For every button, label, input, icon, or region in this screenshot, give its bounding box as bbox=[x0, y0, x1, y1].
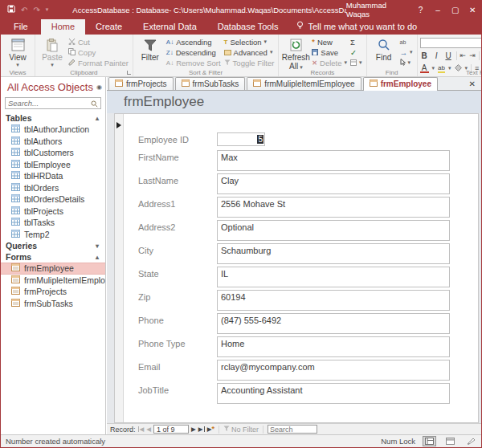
phone-input[interactable]: (847) 555-6492 bbox=[217, 313, 450, 334]
lastname-input[interactable]: Clay bbox=[217, 173, 450, 194]
nav-menu-icon[interactable]: ◉ bbox=[96, 83, 102, 91]
goto-button[interactable]: → ▾ bbox=[398, 47, 415, 57]
redo-icon[interactable]: ↷ bbox=[33, 6, 39, 14]
item-label: tblEmployee bbox=[24, 160, 71, 169]
close-document-icon[interactable]: ✕ bbox=[464, 79, 481, 90]
city-input[interactable]: Schaumburg bbox=[217, 243, 450, 264]
nav-group-forms[interactable]: Forms ▴ bbox=[1, 251, 105, 263]
new-record-button[interactable]: * New bbox=[310, 37, 349, 47]
record-search-input[interactable] bbox=[268, 425, 317, 434]
phone-type-input[interactable]: Home bbox=[217, 336, 450, 357]
save-record-button[interactable]: Save bbox=[310, 47, 349, 57]
next-record-icon[interactable]: ▶ bbox=[191, 426, 196, 433]
remove-sort-button[interactable]: A↓ Remove Sort bbox=[165, 58, 223, 67]
doc-tab-frmsubtasks[interactable]: frmSubTasks bbox=[175, 77, 246, 90]
sidebar-item-tblprojects[interactable]: tblProjects bbox=[1, 206, 105, 218]
save-icon[interactable] bbox=[7, 5, 15, 14]
address2-input[interactable]: Optional bbox=[217, 220, 450, 241]
font-name-select[interactable]: ▾ bbox=[420, 38, 482, 48]
help-button[interactable]: ? bbox=[412, 6, 430, 14]
nav-group-queries[interactable]: Queries ▾ bbox=[1, 240, 105, 251]
sidebar-item-frmmulipleitemlemployee[interactable]: frmMulipleItemlEmployee bbox=[1, 275, 105, 287]
undo-icon[interactable]: ↶ bbox=[21, 6, 27, 14]
table-icon bbox=[11, 124, 20, 134]
format-painter-label: Format Painter bbox=[78, 59, 129, 67]
new-record-icon[interactable]: ▶* bbox=[207, 426, 214, 433]
ascending-button[interactable]: A↓ Ascending bbox=[165, 37, 223, 47]
chevron-down-icon: ▾ bbox=[359, 59, 362, 66]
firstname-input[interactable]: Max bbox=[217, 150, 450, 171]
sidebar-item-frmemployee[interactable]: frmEmployee bbox=[1, 263, 105, 275]
paste-button[interactable]: Paste ▾ bbox=[38, 36, 67, 68]
replace-button[interactable]: ab bbox=[398, 37, 415, 47]
sidebar-item-frmprojects[interactable]: frmProjects bbox=[1, 286, 105, 298]
spelling-button[interactable]: ✓ bbox=[349, 47, 364, 57]
doc-tab-frmemployee[interactable]: frmEmployee bbox=[363, 77, 438, 91]
email-input[interactable]: rclay@mycompany.com bbox=[217, 360, 450, 381]
first-record-icon[interactable]: ◀ bbox=[138, 426, 145, 433]
sidebar-item-tblcustomers[interactable]: tblCustomers bbox=[1, 147, 105, 159]
maximize-button[interactable]: ▢ bbox=[447, 6, 464, 14]
previous-record-icon[interactable]: ◀ bbox=[146, 426, 151, 433]
filter-button[interactable]: Filter bbox=[136, 36, 165, 62]
sidebar-item-tblordersdetails[interactable]: tblOrdersDetails bbox=[1, 193, 105, 206]
sidebar-item-tblauthorjunction[interactable]: tblAuthorJunction bbox=[1, 124, 105, 136]
delete-record-button[interactable]: ✕ Delete ▾ bbox=[310, 58, 349, 67]
copy-button[interactable]: Copy bbox=[67, 47, 130, 57]
last-record-icon[interactable]: ▶ bbox=[198, 426, 205, 433]
sidebar-item-temp2[interactable]: Temp2 bbox=[1, 229, 105, 241]
nav-search-box[interactable] bbox=[5, 97, 101, 109]
tell-me-box[interactable]: Tell me what you want to do bbox=[296, 21, 417, 35]
tab-external-data[interactable]: External Data bbox=[133, 19, 207, 35]
refresh-all-button[interactable]: Refresh All ▾ bbox=[281, 36, 310, 71]
zip-input[interactable]: 60194 bbox=[217, 290, 450, 311]
form-view-button[interactable] bbox=[423, 436, 436, 446]
layout-view-button[interactable] bbox=[443, 436, 457, 446]
sidebar-item-tblemployee[interactable]: tblEmployee bbox=[1, 159, 105, 171]
increase-indent-icon[interactable]: ⇥ bbox=[469, 51, 476, 59]
sidebar-item-tblhrdata[interactable]: tblHRData bbox=[1, 170, 105, 182]
design-view-button[interactable] bbox=[464, 436, 478, 446]
form-icon bbox=[182, 79, 190, 88]
select-button[interactable]: ▾ bbox=[398, 58, 415, 67]
tab-create[interactable]: Create bbox=[85, 19, 133, 35]
tab-database-tools[interactable]: Database Tools bbox=[207, 19, 289, 35]
selection-button[interactable]: T Selection ▾ bbox=[223, 37, 276, 47]
bold-button[interactable]: B bbox=[420, 51, 429, 60]
sidebar-item-frmsubtasks[interactable]: frmSubTasks bbox=[1, 298, 105, 310]
totals-button[interactable]: Σ bbox=[349, 37, 364, 47]
descending-button[interactable]: Z↓ Descending bbox=[165, 47, 223, 57]
record-selector-bar[interactable] bbox=[115, 114, 124, 422]
cut-button[interactable]: Cut bbox=[67, 37, 130, 47]
sidebar-item-tblauthors[interactable]: tblAuthors bbox=[1, 136, 105, 148]
nav-group-tables[interactable]: Tables ▴ bbox=[1, 112, 105, 124]
tab-file[interactable]: File bbox=[1, 19, 41, 35]
record-position[interactable]: 1 of 9 bbox=[153, 425, 189, 434]
nav-search-input[interactable] bbox=[8, 99, 91, 108]
decrease-indent-icon[interactable]: ⇤ bbox=[460, 51, 467, 59]
no-filter-button[interactable]: No Filter bbox=[223, 426, 259, 434]
close-button[interactable]: ✕ bbox=[464, 6, 481, 14]
doc-tab-frmmulipleitemlemployee[interactable]: frmMulipleItemlEmployee bbox=[247, 77, 361, 90]
doc-tab-frmprojects[interactable]: frmProjects bbox=[108, 77, 174, 90]
employee-id-input[interactable]: 5 bbox=[217, 132, 265, 146]
more-button[interactable]: ▾ bbox=[349, 58, 364, 67]
minimize-button[interactable]: – bbox=[429, 6, 447, 14]
sidebar-item-tblorders[interactable]: tblOrders bbox=[1, 182, 105, 194]
advanced-button[interactable]: Advanced ▾ bbox=[223, 47, 276, 57]
address1-input[interactable]: 2556 Mohave St bbox=[217, 197, 450, 218]
shutter-close-icon[interactable]: « bbox=[105, 83, 106, 92]
find-button[interactable]: Find bbox=[370, 36, 398, 62]
state-input[interactable]: IL bbox=[217, 267, 450, 287]
filter-icon bbox=[144, 37, 157, 53]
toggle-filter-button[interactable]: Toggle Filter bbox=[223, 58, 276, 67]
qat-customize-icon[interactable]: ▾ bbox=[46, 6, 49, 13]
account-name[interactable]: Muhammad Waqas bbox=[346, 1, 401, 18]
tab-home[interactable]: Home bbox=[41, 19, 85, 35]
format-painter-button[interactable]: Format Painter bbox=[67, 58, 130, 67]
italic-button[interactable]: I bbox=[432, 51, 441, 60]
underline-button[interactable]: U bbox=[444, 51, 453, 60]
view-button[interactable]: View ▾ bbox=[3, 36, 32, 68]
sidebar-item-tbltasks[interactable]: tblTasks bbox=[1, 217, 105, 229]
jobtitle-input[interactable]: Accounting Assistant bbox=[217, 383, 450, 404]
